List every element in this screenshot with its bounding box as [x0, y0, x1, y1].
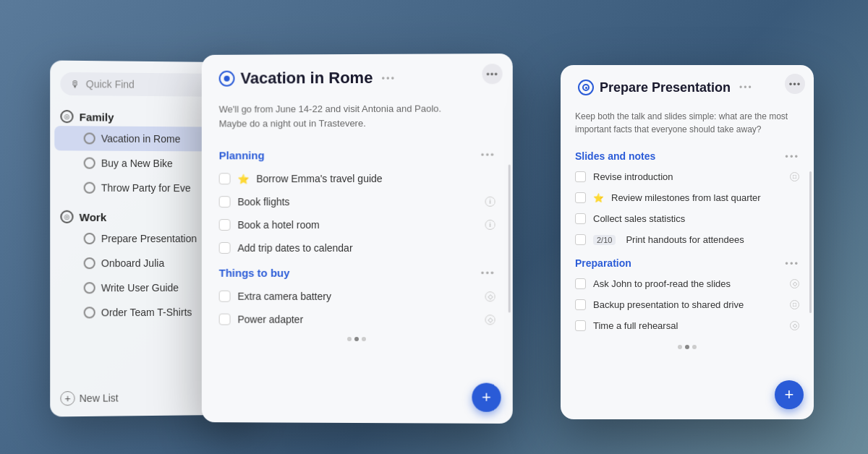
- vacation-panel-header: Vacation in Rome •••: [202, 53, 513, 103]
- planning-section-more[interactable]: •••: [481, 150, 495, 160]
- ptask-print-handouts: 2/10 Print handouts for attendees: [561, 229, 814, 250]
- write-user-guide-label: Write User Guide: [101, 282, 179, 294]
- presentation-scrollbar[interactable]: [809, 171, 812, 313]
- ptask-backup-label: Backup presentation to shared drive: [593, 299, 783, 310]
- task-book-hotel-info-icon: i: [485, 220, 495, 230]
- vacation-title-icon: [219, 71, 235, 87]
- scroll-dot-1: [347, 337, 352, 341]
- right-scroll-dot-3: [692, 345, 697, 349]
- task-borrow-guide: ⭐ Borrow Emma's travel guide: [202, 167, 513, 191]
- scroll-dot-2: [354, 337, 359, 341]
- preparation-section-more[interactable]: •••: [785, 258, 799, 269]
- task-borrow-guide-star: ⭐: [237, 174, 249, 184]
- prepare-presentation-label: Prepare Presentation: [101, 233, 197, 244]
- task-borrow-guide-checkbox[interactable]: [219, 173, 231, 184]
- new-list-button[interactable]: + New List: [60, 390, 118, 406]
- ptask-rehearsal: Time a full rehearsal ◇: [561, 315, 814, 336]
- task-camera-battery-checkbox[interactable]: [219, 291, 231, 302]
- ptask-collect-stats: Collect sales statistics: [561, 208, 814, 229]
- task-book-hotel: Book a hotel room i: [202, 213, 513, 236]
- planning-section-header: Planning •••: [202, 141, 513, 167]
- task-book-hotel-checkbox[interactable]: [219, 219, 231, 231]
- new-list-label: New List: [80, 392, 119, 404]
- new-list-plus-icon: +: [60, 391, 75, 406]
- ptask-revise-intro-checkbox[interactable]: [575, 171, 586, 182]
- throw-party-label: Throw Party for Eve: [101, 182, 191, 194]
- ptask-ask-john-label: Ask John to proof-read the slides: [593, 278, 783, 289]
- presentation-title-dots: •••: [739, 82, 753, 93]
- planning-section-title: Planning: [219, 149, 265, 161]
- slides-section-more[interactable]: •••: [785, 151, 799, 162]
- order-tshirts-icon: [84, 307, 95, 318]
- ptask-ask-john-info-icon: ◇: [790, 279, 799, 288]
- prepare-presentation-icon: [84, 233, 95, 244]
- things-to-buy-section-more[interactable]: •••: [481, 267, 495, 278]
- things-to-buy-section-title: Things to buy: [219, 267, 290, 279]
- mic-icon: 🎙: [71, 78, 80, 89]
- task-power-adapter-info-icon: ◇: [485, 314, 495, 325]
- write-user-guide-icon: [84, 282, 95, 294]
- task-camera-battery: Extra camera battery ◇: [202, 285, 513, 309]
- ptask-rehearsal-label: Time a full rehearsal: [593, 320, 783, 331]
- ptask-backup-checkbox[interactable]: [575, 299, 586, 310]
- right-scroll-dot-1: [678, 345, 682, 349]
- ptask-rehearsal-info-icon: ◇: [790, 321, 799, 330]
- ptask-revise-intro-info-icon: □: [790, 172, 799, 181]
- ptask-ask-john: Ask John to proof-read the slides ◇: [561, 273, 814, 294]
- task-book-hotel-label: Book a hotel room: [237, 219, 477, 231]
- task-book-flights: Book flights i: [202, 190, 513, 213]
- scroll-indicator: [202, 331, 513, 348]
- ptask-review-milestones-star: ⭐: [593, 193, 604, 203]
- presentation-description: Keep both the talk and slides simple: wh…: [561, 110, 814, 145]
- slides-section-header: Slides and notes •••: [561, 145, 814, 166]
- ptask-backup: Backup presentation to shared drive □: [561, 294, 814, 315]
- presentation-panel-title: Prepare Presentation: [600, 80, 731, 95]
- presentation-panel: ••• Prepare Presentation ••• Keep both t…: [561, 65, 814, 419]
- work-group-icon: ◎: [60, 210, 73, 223]
- task-add-dates-label: Add trip dates to calendar: [237, 242, 495, 254]
- vacation-panel: ••• Vacation in Rome ••• We'll go from J…: [202, 53, 513, 424]
- task-borrow-guide-label: Borrow Emma's travel guide: [256, 173, 495, 184]
- presentation-panel-more-button[interactable]: •••: [785, 74, 805, 94]
- presentation-panel-header: Prepare Presentation •••: [561, 65, 814, 110]
- ptask-print-handouts-label: Print handouts for attendees: [626, 234, 799, 245]
- task-add-dates-checkbox[interactable]: [219, 242, 231, 254]
- task-camera-battery-info-icon: ◇: [485, 291, 495, 301]
- task-add-dates: Add trip dates to calendar: [202, 236, 513, 260]
- preparation-section-title: Preparation: [575, 257, 631, 269]
- ptask-review-milestones-label: Review milestones from last quarter: [611, 192, 799, 203]
- vacation-title-dots: •••: [381, 72, 396, 83]
- ptask-ask-john-checkbox[interactable]: [575, 278, 586, 289]
- ptask-print-handouts-badge: 2/10: [593, 235, 616, 245]
- buy-bike-label: Buy a New Bike: [101, 158, 173, 169]
- task-power-adapter: Power adapter ◇: [202, 308, 513, 332]
- task-camera-battery-label: Extra camera battery: [237, 291, 477, 302]
- task-book-flights-checkbox[interactable]: [219, 196, 231, 207]
- ptask-review-milestones-checkbox[interactable]: [575, 192, 586, 203]
- ptask-review-milestones: ⭐ Review milestones from last quarter: [561, 187, 814, 208]
- onboard-julia-icon: [84, 257, 95, 269]
- right-scroll-indicator: [561, 339, 814, 355]
- ptask-collect-stats-label: Collect sales statistics: [593, 213, 799, 224]
- vacation-panel-title: Vacation in Rome: [240, 69, 373, 88]
- ptask-collect-stats-checkbox[interactable]: [575, 213, 586, 224]
- task-book-flights-info-icon: i: [485, 197, 495, 207]
- vacation-description: We'll go from June 14-22 and visit Anton…: [202, 101, 513, 142]
- ptask-rehearsal-checkbox[interactable]: [575, 320, 586, 331]
- vacation-add-button[interactable]: +: [472, 383, 501, 412]
- vacation-scrollbar[interactable]: [509, 165, 511, 313]
- scroll-dot-3: [362, 337, 366, 341]
- ptask-print-handouts-checkbox[interactable]: [575, 234, 586, 245]
- slides-section-title: Slides and notes: [575, 150, 655, 162]
- vacation-panel-more-button[interactable]: •••: [482, 64, 502, 84]
- presentation-add-button[interactable]: +: [775, 380, 804, 409]
- vacation-rome-icon: [84, 132, 95, 144]
- task-power-adapter-checkbox[interactable]: [219, 314, 231, 325]
- ptask-revise-intro-label: Revise introduction: [593, 171, 783, 182]
- order-tshirts-label: Order Team T-Shirts: [101, 307, 192, 319]
- preparation-section-header: Preparation •••: [561, 250, 814, 273]
- family-group-icon: ◎: [60, 110, 73, 123]
- things-to-buy-section-header: Things to buy •••: [202, 260, 513, 285]
- vacation-rome-label: Vacation in Rome: [101, 133, 181, 145]
- onboard-julia-label: Onboard Julia: [101, 257, 164, 269]
